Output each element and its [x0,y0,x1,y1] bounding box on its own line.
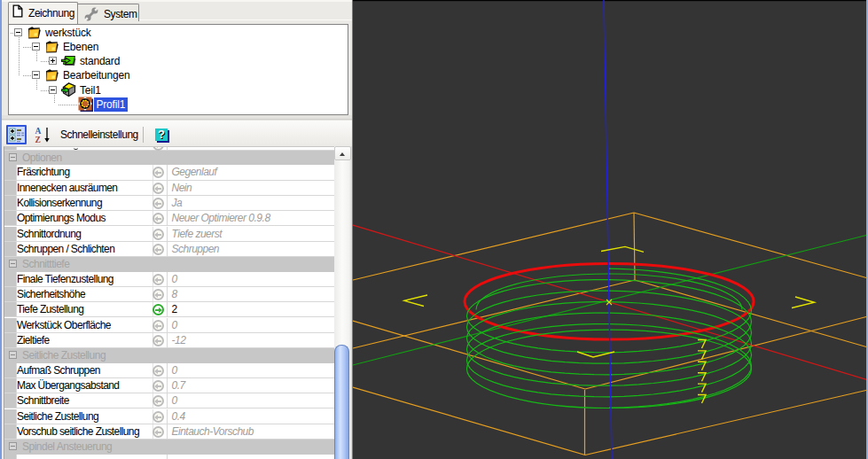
svg-text:A: A [35,127,42,136]
svg-text:Z: Z [35,136,41,144]
